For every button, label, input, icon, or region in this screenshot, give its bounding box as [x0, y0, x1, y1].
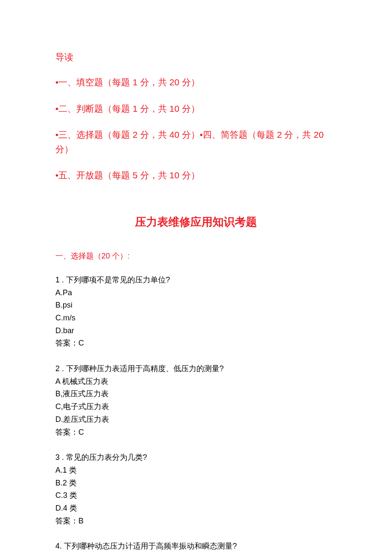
question-option: D.差压式压力表	[55, 413, 337, 426]
main-title: 压力表维修应用知识考题	[55, 215, 337, 230]
nav-item-1: •一、填空题（每题 1 分，共 20 分）	[55, 75, 337, 90]
nav-item-3: •三、选择题（每题 2 分，共 40 分）•四、简答题（每题 2 分，共 20 …	[55, 128, 337, 156]
question-option: A 振动式压力计	[55, 553, 337, 555]
question-4: 4. 下列哪种动态压力计适用于高频率振动和瞬态测量? A 振动式压力计 B.电容…	[55, 540, 337, 555]
nav-heading: 导读	[55, 51, 337, 63]
document-page: 导读 •一、填空题（每题 1 分，共 20 分） •二、判断题（每题 1 分，共…	[0, 0, 392, 555]
question-stem: 2 . 下列哪种压力表适用于高精度、低压力的测量?	[55, 363, 337, 375]
question-option: C,电子式压力表	[55, 401, 337, 413]
question-stem: 3 . 常见的压力表分为几类?	[55, 451, 337, 464]
question-answer: 答案：C	[55, 426, 337, 439]
question-option: B,液压式压力表	[55, 388, 337, 401]
question-3: 3 . 常见的压力表分为几类? A.1 类 B.2 类 C.3 类 D.4 类 …	[55, 451, 337, 527]
question-option: B.psi	[55, 299, 337, 312]
question-answer: 答案：B	[55, 515, 337, 528]
question-option: D.4 类	[55, 502, 337, 515]
question-option: D.bar	[55, 325, 337, 337]
question-1: 1 . 下列哪项不是常见的压力单位? A.Pa B.psi C.m/s D.ba…	[55, 274, 337, 350]
section-heading: 一、选择题（20 个）:	[55, 251, 337, 261]
question-option: A.Pa	[55, 287, 337, 299]
question-stem: 1 . 下列哪项不是常见的压力单位?	[55, 274, 337, 287]
question-option: A 机械式压力表	[55, 375, 337, 388]
question-option: A.1 类	[55, 464, 337, 477]
question-stem: 4. 下列哪种动态压力计适用于高频率振动和瞬态测量?	[55, 540, 337, 553]
question-2: 2 . 下列哪种压力表适用于高精度、低压力的测量? A 机械式压力表 B,液压式…	[55, 363, 337, 439]
nav-item-2: •二、判断题（每题 1 分，共 10 分）	[55, 102, 337, 116]
question-option: C.m/s	[55, 312, 337, 325]
nav-item-4: •五、开放题（每题 5 分，共 10 分）	[55, 168, 337, 183]
question-answer: 答案：C	[55, 337, 337, 350]
question-option: C.3 类	[55, 489, 337, 502]
question-option: B.2 类	[55, 477, 337, 490]
